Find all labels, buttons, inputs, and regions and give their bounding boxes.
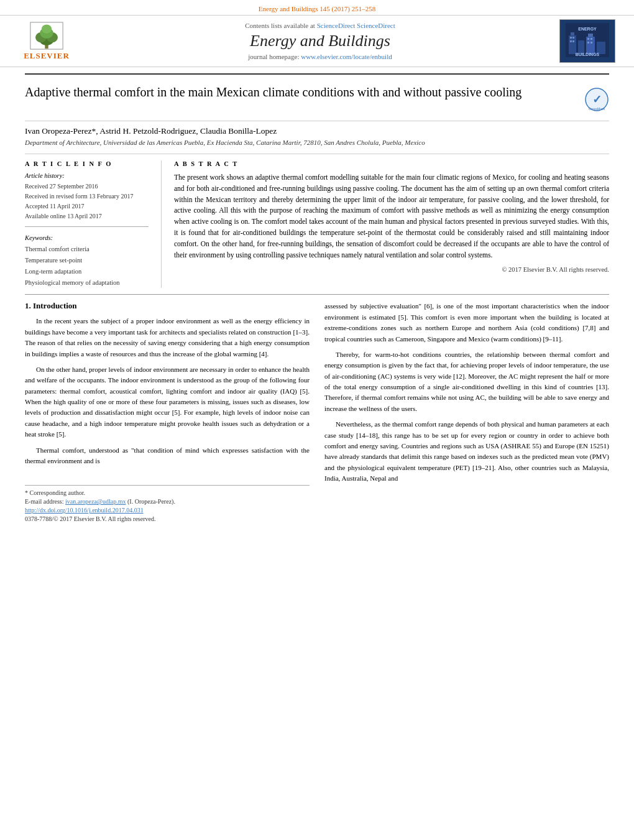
keyword-4: Physiological memory of adaptation	[25, 277, 149, 288]
sciencedirect-name[interactable]: ScienceDirect	[357, 22, 395, 29]
article-title: Adaptive thermal comfort in the main Mex…	[25, 83, 584, 101]
received-revised-date: Received in revised form 13 February 201…	[25, 192, 149, 201]
svg-rect-17	[572, 40, 574, 42]
email-label: E-mail address:	[25, 498, 63, 505]
elsevier-brand-text: ELSEVIER	[24, 51, 70, 61]
svg-rect-19	[590, 38, 592, 40]
body-col-left: 1. Introduction In the recent years the …	[25, 301, 310, 524]
keyword-2: Temperature set-point	[25, 255, 149, 266]
section1-col2-para2: Thereby, for warm-to-hot conditions coun…	[324, 349, 609, 414]
corresponding-label: * Corresponding author.	[25, 489, 310, 496]
section1-para1: In the recent years the subject of a pro…	[25, 316, 310, 359]
journal-ref-text: Energy and Buildings 145 (2017) 251–258	[259, 5, 375, 12]
svg-rect-14	[570, 37, 572, 39]
keyword-1: Thermal comfort criteria	[25, 244, 149, 255]
available-date: Available online 13 April 2017	[25, 211, 149, 221]
section1-title: 1. Introduction	[25, 301, 310, 311]
crossmark-logo: ✓ CrossMark	[584, 87, 609, 114]
authors-text: Ivan Oropeza-Perez*, Astrid H. Petzold-R…	[25, 126, 277, 136]
homepage-link[interactable]: www.elsevier.com/locate/enbuild	[301, 53, 392, 60]
journal-homepage-line: journal homepage: www.elsevier.com/locat…	[81, 53, 559, 60]
contents-text: Contents lists available at	[245, 22, 315, 29]
section1-number: 1.	[25, 301, 31, 310]
main-content: Adaptive thermal comfort in the main Mex…	[0, 67, 634, 537]
svg-text:ENERGY: ENERGY	[578, 27, 597, 31]
email-link[interactable]: ivan.aropeza@udlap.mx	[65, 498, 126, 505]
accepted-date: Accepted 11 April 2017	[25, 201, 149, 211]
page: Energy and Buildings 145 (2017) 251–258 …	[0, 0, 634, 840]
eb-logo-top-text: ENERGY BUILDINGS	[566, 23, 609, 60]
section1-heading: Introduction	[33, 301, 77, 310]
elsevier-logo: ELSEVIER	[12, 19, 81, 63]
copyright-line: © 2017 Elsevier B.V. All rights reserved…	[174, 266, 609, 273]
abstract-text: The present work shows an adaptive therm…	[174, 172, 609, 261]
body-columns: 1. Introduction In the recent years the …	[25, 301, 609, 524]
svg-rect-20	[587, 42, 589, 44]
elsevier-tree-icon	[28, 22, 65, 50]
svg-text:✓: ✓	[592, 93, 602, 106]
svg-rect-21	[590, 42, 592, 44]
journal-main-title: Energy and Buildings	[81, 32, 559, 50]
section1-col2-para3: Nevertheless, as the thermal comfort ran…	[324, 419, 609, 484]
journal-title-block: Contents lists available at ScienceDirec…	[81, 22, 559, 60]
info-abstract-row: A R T I C L E I N F O Article history: R…	[25, 154, 609, 288]
svg-text:BUILDINGS: BUILDINGS	[576, 52, 600, 57]
doi-line: http://dx.doi.org/10.1016/j.enbuild.2017…	[25, 507, 310, 514]
email-line: E-mail address: ivan.aropeza@udlap.mx (I…	[25, 498, 310, 505]
footer-section: * Corresponding author. E-mail address: …	[25, 485, 310, 522]
keyword-3: Long-term adaptation	[25, 266, 149, 277]
svg-point-5	[42, 24, 52, 33]
keywords-label: Keywords:	[25, 234, 149, 241]
received-date: Received 27 September 2016	[25, 182, 149, 192]
article-history-label: Article history:	[25, 172, 149, 179]
journal-reference-bar: Energy and Buildings 145 (2017) 251–258	[0, 0, 634, 15]
svg-rect-9	[571, 32, 574, 35]
doi-link[interactable]: http://dx.doi.org/10.1016/j.enbuild.2017…	[25, 507, 144, 514]
article-info-heading: A R T I C L E I N F O	[25, 160, 149, 167]
svg-rect-12	[588, 34, 593, 37]
article-info-col: A R T I C L E I N F O Article history: R…	[25, 160, 162, 288]
article-title-section: Adaptive thermal comfort in the main Mex…	[25, 73, 609, 121]
email-person: (I. Oropeza-Perez).	[127, 498, 175, 505]
issn-text: 0378-7788/© 2017 Elsevier B.V. All right…	[25, 515, 155, 522]
article-divider	[25, 294, 609, 295]
authors-line: Ivan Oropeza-Perez*, Astrid H. Petzold-R…	[25, 126, 609, 136]
abstract-heading: A B S T R A C T	[174, 160, 609, 167]
section1-para2: On the other hand, proper levels of indo…	[25, 364, 310, 440]
eb-logo-inner: ENERGY BUILDINGS	[566, 23, 609, 60]
affiliation-line: Department of Architecture, Universidad …	[25, 139, 609, 146]
svg-rect-18	[587, 38, 589, 40]
issn-line: 0378-7788/© 2017 Elsevier B.V. All right…	[25, 515, 310, 522]
svg-rect-16	[570, 40, 572, 42]
svg-rect-15	[572, 37, 574, 39]
sciencedirect-link[interactable]: ScienceDirect	[317, 22, 356, 29]
body-col-right: assessed by subjective evaluation" [6], …	[324, 301, 609, 524]
divider	[25, 226, 149, 227]
abstract-col: A B S T R A C T The present work shows a…	[162, 160, 609, 288]
eb-logo: ENERGY BUILDINGS	[559, 19, 615, 63]
journal-header: ELSEVIER Contents lists available at Sci…	[0, 15, 634, 67]
section1-para3: Thermal comfort, understood as "that con…	[25, 445, 310, 467]
contents-line: Contents lists available at ScienceDirec…	[81, 22, 559, 29]
corresponding-text: * Corresponding author.	[25, 489, 85, 496]
section1-col2-para1: assessed by subjective evaluation" [6], …	[324, 301, 609, 344]
svg-text:CrossMark: CrossMark	[589, 107, 605, 111]
homepage-label: journal homepage:	[248, 53, 299, 60]
